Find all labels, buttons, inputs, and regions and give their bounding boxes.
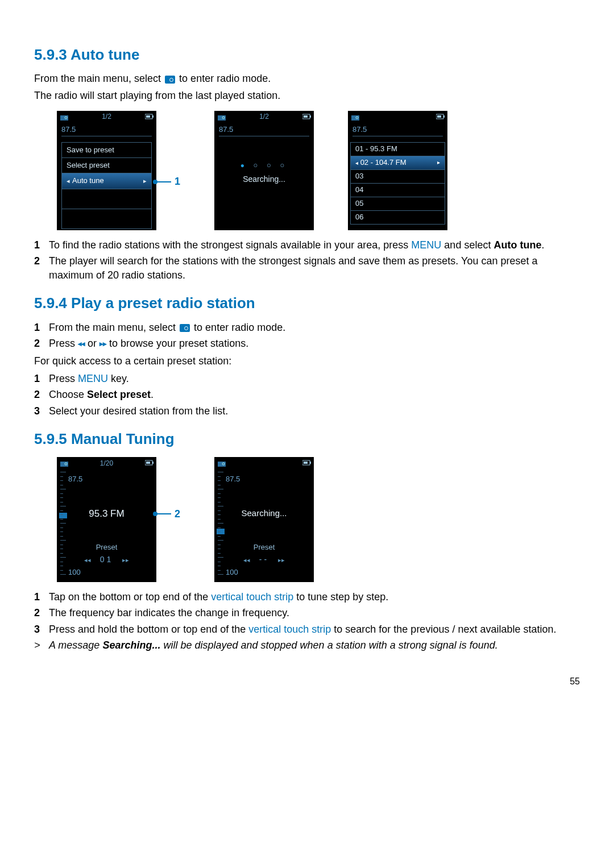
svg-rect-8 [310,115,311,118]
preset-row: 03 [350,170,445,184]
skip-prev-icon: ◂◂ [243,556,250,563]
step-number: 3 [34,404,49,418]
skip-prev-icon: ◂◂ [84,556,91,563]
svg-rect-24 [304,462,308,464]
menu-item-auto-tune: ◂ Auto tune ▸ [62,173,151,189]
radio-icon [180,324,190,332]
svg-rect-13 [443,115,445,118]
heading-595: 5.9.5 Manual Tuning [34,429,580,449]
heading-594: 5.9.4 Play a preset radio station [34,293,580,313]
intro-593-1b: to enter radio mode. [179,73,271,84]
svg-rect-14 [437,115,441,118]
arrow-right-icon: ▸ [143,177,147,185]
touch-strip-ref: vertical touch strip [211,591,293,603]
freq-scale-top: 87.5 [68,474,82,484]
preset-row-selected: ◂ 02 - 104.7 FM▸ [350,156,445,170]
step-text: Press MENU key. [49,372,580,386]
battery-icon [145,460,153,467]
frequency-readout: 87.5 [57,123,156,136]
preset-list: 01 - 95.3 FM ◂ 02 - 104.7 FM▸ 03 04 05 0… [350,142,445,225]
skip-next-icon: ▸▸ [99,339,106,348]
searching-label: Searching... [214,507,314,519]
device-screen-manual-searching: 87.5 Searching... Preset ◂◂ -- ▸▸ 100 [214,457,314,582]
menu-list: Save to preset Select preset ◂ Auto tune… [61,142,152,229]
svg-rect-9 [304,115,308,118]
step-number: 2 [34,606,49,620]
radio-icon [218,460,226,467]
result-text: A message Searching... will be displayed… [49,638,580,653]
preset-label: Preset [214,542,314,553]
device-screen-presets: 87.5 01 - 95.3 FM ◂ 02 - 104.7 FM▸ 03 04… [348,111,447,230]
step-number: 1 [34,590,49,604]
preset-control: ◂◂ 01 ▸▸ [57,554,156,566]
touch-strip-ref: vertical touch strip [248,624,331,635]
menu-item-empty [62,189,151,209]
frequency-readout: 87.5 [214,123,314,136]
step-text: To find the radio stations with the stro… [49,238,580,252]
intro-593-line2: The radio will start playing from the la… [34,89,580,103]
preset-row: 05 [350,197,445,211]
freq-scale-top: 87.5 [226,474,240,484]
menu-item-save-preset: Save to preset [62,143,151,158]
radio-icon [60,114,68,121]
device-screen-menu: 1/2 87.5 Save to preset Select preset ◂ … [57,111,156,230]
frequency-readout: 87.5 [348,123,447,136]
tick-marks [352,136,443,140]
screenshots-593: 1/2 87.5 Save to preset Select preset ◂ … [57,111,580,230]
svg-rect-23 [310,462,311,464]
preset-row: 04 [350,184,445,197]
step-text: Select your desired station from the lis… [49,404,580,418]
preset-label: Preset [57,542,156,553]
svg-rect-3 [152,115,154,118]
step-text: The frequency bar indicates the change i… [49,606,580,620]
step-text: Press ◂◂ or ▸▸ to browse your preset sta… [49,337,580,351]
tick-marks [61,136,152,140]
menu-item-auto-tune-label: Auto tune [70,176,143,186]
step-text: Choose Select preset. [49,388,580,402]
current-frequency: 95.3 FM [57,507,156,521]
skip-next-icon: ▸▸ [278,556,285,563]
battery-icon [302,460,310,467]
preset-control: ◂◂ -- ▸▸ [214,554,314,566]
freq-scale-bottom: 100 [68,567,81,578]
step-number: 3 [34,622,49,637]
steps-594b: 1 Press MENU key. 2 Choose Select preset… [34,372,580,418]
svg-rect-19 [146,462,150,464]
battery-icon [145,114,153,121]
callout-label: 1 [175,175,180,189]
step-text: Press and hold the bottom or top end of … [49,622,580,637]
step-text: Tap on the bottom or top end of the vert… [49,590,580,604]
svg-rect-4 [146,115,150,118]
preset-row: 01 - 95.3 FM [350,142,445,156]
intro-593-line1: From the main menu, select to enter radi… [34,72,580,86]
device-screen-searching: 1/2 87.5 ● ○ ○ ○ Searching... [214,111,314,230]
step-number: 2 [34,254,49,268]
radio-icon [60,460,68,467]
device-screen-manual: 1/20 87.5 95.3 FM Preset ◂◂ 01 ▸▸ 100 [57,457,156,582]
radio-icon [165,76,175,84]
step-number: 2 [34,388,49,402]
steps-594a: 1 From the main menu, select to enter ra… [34,321,580,351]
step-number: 2 [34,337,49,351]
intro-593-1a: From the main menu, select [34,73,164,84]
steps-593: 1 To find the radio stations with the st… [34,238,580,283]
radio-icon [218,114,226,121]
step-text: The player will search for the stations … [49,254,580,283]
heading-593: 5.9.3 Auto tune [34,44,580,65]
page-indicator: 1/20 [100,459,113,468]
preset-row: 06 [350,211,445,225]
battery-icon [302,114,310,121]
tick-marks [219,136,309,140]
menu-item-select-preset: Select preset [62,158,151,173]
skip-next-icon: ▸▸ [122,556,129,563]
battery-icon [436,114,444,121]
radio-icon [351,114,359,121]
callout-1: 1 [155,175,180,189]
step-text: From the main menu, select to enter radi… [49,321,580,335]
steps-595: 1 Tap on the bottom or top end of the ve… [34,590,580,653]
menu-key: MENU [78,373,108,384]
skip-prev-icon: ◂◂ [78,339,85,348]
menu-item-empty [62,209,151,229]
quick-access-intro: For quick access to a certain preset sta… [34,354,580,368]
progress-dots: ● ○ ○ ○ [214,160,314,171]
